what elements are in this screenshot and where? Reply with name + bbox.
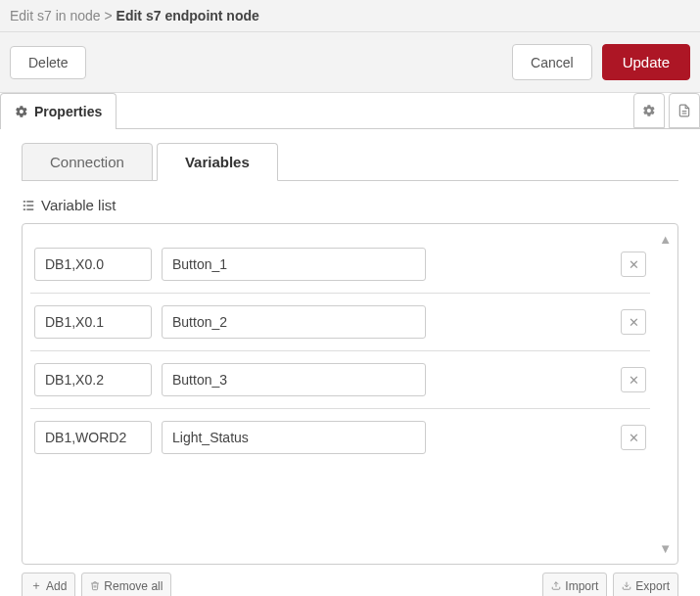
variable-address-input[interactable] <box>34 248 152 281</box>
variable-name-input[interactable] <box>162 363 426 396</box>
action-bar: Delete Cancel Update <box>0 32 700 93</box>
export-label: Export <box>635 579 670 593</box>
scroll-down-icon[interactable]: ▼ <box>659 541 672 556</box>
breadcrumb-current: Edit s7 endpoint node <box>117 8 259 23</box>
tab-connection[interactable]: Connection <box>22 143 153 181</box>
document-icon <box>677 104 691 117</box>
svg-rect-4 <box>23 208 25 209</box>
export-button[interactable]: Export <box>613 573 678 596</box>
gear-icon <box>15 105 28 118</box>
close-icon: ✕ <box>629 373 639 388</box>
cancel-button[interactable]: Cancel <box>512 44 592 80</box>
variable-row: ✕ <box>30 409 650 466</box>
close-icon: ✕ <box>629 431 639 445</box>
variable-list-label: Variable list <box>41 197 116 213</box>
import-button[interactable]: Import <box>542 573 607 596</box>
variable-name-input[interactable] <box>162 248 426 281</box>
tab-variables[interactable]: Variables <box>157 143 278 181</box>
breadcrumb-sep: > <box>105 8 113 23</box>
tab-properties[interactable]: Properties <box>0 93 117 129</box>
variable-list-header: Variable list <box>22 197 678 213</box>
add-button[interactable]: ＋ Add <box>22 573 75 596</box>
footer-bar: ＋ Add Remove all Import Expor <box>22 573 678 596</box>
scroll-up-icon[interactable]: ▲ <box>659 232 672 247</box>
variable-name-input[interactable] <box>162 305 426 339</box>
svg-rect-6 <box>26 205 33 206</box>
sub-tabs: Connection Variables <box>22 143 678 181</box>
variable-row: ✕ <box>30 351 650 409</box>
variable-row: ✕ <box>30 236 650 294</box>
variable-address-input[interactable] <box>34 363 152 396</box>
delete-button[interactable]: Delete <box>10 46 86 79</box>
breadcrumb-prev[interactable]: Edit s7 in node <box>10 8 101 23</box>
variable-name-input[interactable] <box>162 421 426 454</box>
svg-rect-2 <box>23 201 25 202</box>
delete-row-button[interactable]: ✕ <box>621 425 646 450</box>
tab-properties-label: Properties <box>34 104 102 119</box>
remove-all-button[interactable]: Remove all <box>81 573 171 596</box>
close-icon: ✕ <box>629 257 639 272</box>
variable-address-input[interactable] <box>34 421 152 454</box>
upload-icon <box>551 580 561 591</box>
plus-icon: ＋ <box>30 577 42 594</box>
import-label: Import <box>565 579 598 593</box>
variable-row: ✕ <box>30 294 650 351</box>
delete-row-button[interactable]: ✕ <box>621 309 646 335</box>
svg-rect-7 <box>26 208 33 209</box>
trash-icon <box>90 580 100 591</box>
variable-panel: ▲ ✕✕✕✕ ▼ <box>22 223 678 565</box>
svg-rect-5 <box>26 201 33 202</box>
download-icon <box>622 580 631 591</box>
delete-row-button[interactable]: ✕ <box>621 252 646 277</box>
docs-icon-button[interactable] <box>669 93 700 128</box>
breadcrumb: Edit s7 in node > Edit s7 endpoint node <box>0 0 700 32</box>
settings-icon-button[interactable] <box>633 93 665 128</box>
add-label: Add <box>46 579 67 593</box>
main-tabs: Properties <box>0 93 700 129</box>
list-icon <box>22 199 35 212</box>
variable-address-input[interactable] <box>34 305 152 339</box>
svg-rect-3 <box>23 205 25 206</box>
update-button[interactable]: Update <box>602 44 690 80</box>
close-icon: ✕ <box>629 315 639 330</box>
remove-all-label: Remove all <box>104 579 163 593</box>
gear-icon <box>642 104 656 117</box>
delete-row-button[interactable]: ✕ <box>621 367 646 392</box>
